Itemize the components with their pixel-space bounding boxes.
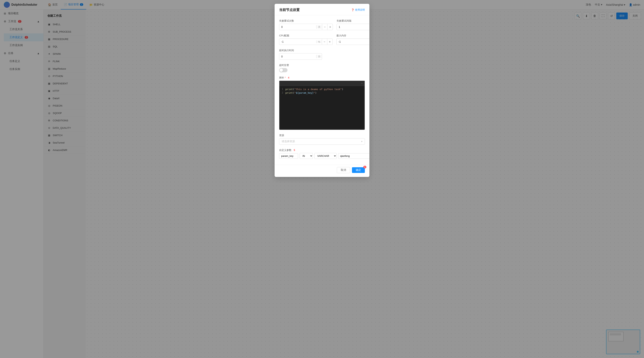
form-group-delay: 延时执行时间 分 － ＋ <box>279 49 322 60</box>
custom-param-badge: 5 <box>294 149 295 152</box>
param-value-input[interactable] <box>338 153 370 159</box>
cancel-button[interactable]: 取消 <box>337 167 350 173</box>
resource-select-arrow: ▾ <box>361 140 362 143</box>
form-group-retry-count: 失败重试次数 次 － ＋ <box>279 19 333 30</box>
cpu-quota-label: CPU配额 <box>279 34 332 37</box>
max-memory-input[interactable] <box>336 39 370 44</box>
max-memory-input-wrapper: MB － ＋ <box>336 38 370 45</box>
code-lines: 1 print("this is a deamo of python task"… <box>279 86 365 96</box>
modal-body: 失败重试次数 次 － ＋ 失败重试间隔 分 － ＋ <box>274 15 370 164</box>
resource-placeholder: 请选择资源 <box>282 140 295 143</box>
custom-param-label: 自定义参数 5 <box>279 148 365 152</box>
delay-time-input[interactable] <box>279 54 316 59</box>
modal-help-label: 使用说明 <box>355 8 365 12</box>
modal-overlay: 当前节点设置 ❓ 使用说明 失败重试次数 次 － ＋ <box>0 0 644 358</box>
form-row-retry: 失败重试次数 次 － ＋ 失败重试间隔 分 － ＋ <box>279 19 365 30</box>
param-direction-select[interactable]: IN OUT <box>300 153 313 159</box>
form-group-custom-params: 自定义参数 5 IN OUT VARCHAR INTEGER LONG FLOA… <box>279 148 365 159</box>
delay-time-input-wrapper: 分 － ＋ <box>279 53 322 60</box>
modal-header: 当前节点设置 ❓ 使用说明 <box>274 4 370 15</box>
resource-label: 资源 <box>279 134 365 137</box>
script-required-mark: * <box>285 76 286 79</box>
form-group-cpu: CPU配额 % － ＋ <box>279 34 332 45</box>
script-label: 脚本 * 4 <box>279 76 365 80</box>
retry-count-decrement[interactable]: － <box>322 24 327 30</box>
fn-print-2: print <box>286 92 293 94</box>
cpu-quota-input[interactable] <box>279 39 316 44</box>
param-name-input[interactable] <box>279 153 298 159</box>
code-collapse-icon[interactable]: － <box>361 82 363 85</box>
param-row-1: IN OUT VARCHAR INTEGER LONG FLOAT DOUBLE… <box>279 153 365 159</box>
cpu-quota-unit: % <box>316 40 322 43</box>
code-editor[interactable]: － 1 print("this is a deamo of python tas… <box>279 80 365 130</box>
max-memory-label: 最大内存 <box>336 34 370 37</box>
line-content-1: print("this is a deamo of python task") <box>286 88 343 91</box>
form-group-retry-interval: 失败重试间隔 分 － ＋ <box>336 19 370 30</box>
delay-time-label: 延时执行时间 <box>279 49 322 52</box>
fn-print-1: print <box>286 88 293 91</box>
param-type-select[interactable]: VARCHAR INTEGER LONG FLOAT DOUBLE DATE T… <box>314 153 336 159</box>
code-editor-toolbar: － <box>279 81 365 86</box>
timeout-alert-toggle[interactable] <box>279 68 288 72</box>
code-line-1: 1 print("this is a deamo of python task"… <box>279 88 365 91</box>
confirm-badge: 6 <box>363 166 366 168</box>
var-param-key: ${param_key} <box>296 92 314 94</box>
str-2: "${param_key}" <box>294 92 315 94</box>
retry-count-input-wrapper: 次 － ＋ <box>279 24 333 30</box>
code-line-2: 2 print("${param_key}") <box>279 91 365 94</box>
form-group-timeout: 超时告警 <box>279 64 365 72</box>
form-group-script: 脚本 * 4 － 1 print("this is a deamo of pyt… <box>279 76 365 130</box>
node-settings-modal: 当前节点设置 ❓ 使用说明 失败重试次数 次 － ＋ <box>274 4 370 177</box>
cpu-increment[interactable]: ＋ <box>327 39 332 45</box>
help-icon: ❓ <box>351 8 354 12</box>
retry-count-increment[interactable]: ＋ <box>327 24 332 30</box>
form-row-delay: 延时执行时间 分 － ＋ <box>279 49 365 60</box>
delay-time-unit: 分 <box>316 55 322 58</box>
modal-title: 当前节点设置 <box>279 8 300 12</box>
resource-select[interactable]: 请选择资源 ▾ <box>279 138 365 145</box>
cpu-decrement[interactable]: － <box>322 39 327 45</box>
line-num-2: 2 <box>279 92 286 94</box>
str-1: "this is a deamo of python task" <box>294 88 342 91</box>
confirm-button[interactable]: 确定 6 <box>352 167 365 173</box>
line-content-2: print("${param_key}") <box>286 92 316 94</box>
retry-interval-input[interactable] <box>337 24 370 30</box>
cpu-quota-input-wrapper: % － ＋ <box>279 38 332 45</box>
line-num-1: 1 <box>279 88 286 90</box>
timeout-alert-label: 超时告警 <box>279 64 365 67</box>
modal-help-link[interactable]: ❓ 使用说明 <box>351 8 365 12</box>
retry-count-label: 失败重试次数 <box>279 19 333 22</box>
form-group-resource: 资源 请选择资源 ▾ <box>279 134 365 145</box>
toggle-knob <box>280 68 283 72</box>
retry-count-unit: 次 <box>316 25 322 29</box>
form-group-memory: 最大内存 MB － ＋ <box>336 34 370 45</box>
form-row-resources: CPU配额 % － ＋ 最大内存 MB － ＋ <box>279 34 365 45</box>
retry-interval-label: 失败重试间隔 <box>336 19 370 22</box>
retry-interval-input-wrapper: 分 － ＋ <box>336 24 370 30</box>
script-badge: 4 <box>288 76 289 79</box>
modal-footer: 取消 确定 6 <box>274 164 370 177</box>
retry-count-input[interactable] <box>279 24 316 30</box>
